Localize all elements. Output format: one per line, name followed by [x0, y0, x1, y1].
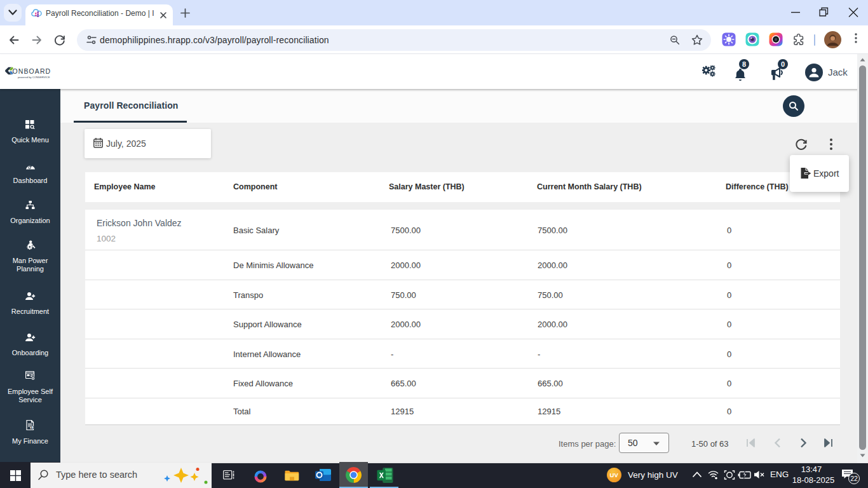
svg-text:ONBOARD: ONBOARD: [13, 67, 51, 75]
svg-text:powered by CONSERVICE: powered by CONSERVICE: [18, 76, 50, 79]
svg-text:UV: UV: [610, 471, 619, 478]
